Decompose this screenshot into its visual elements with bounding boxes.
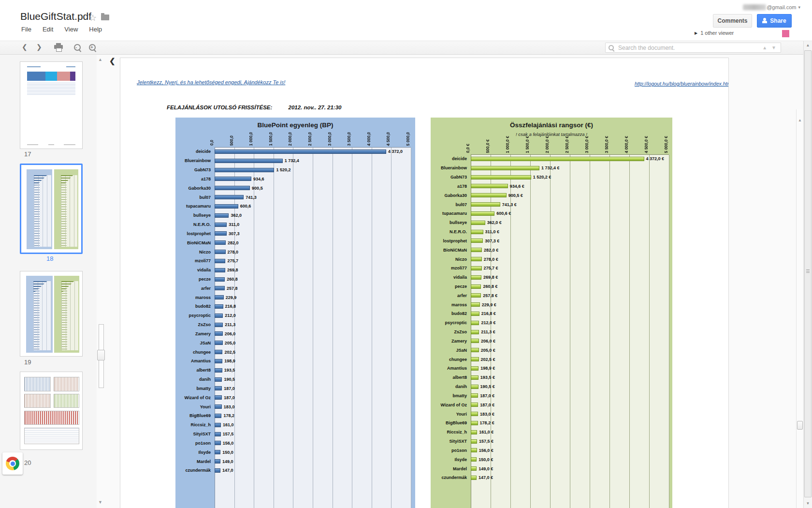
- find-next-icon[interactable]: ▼: [771, 45, 776, 50]
- bar: [471, 385, 478, 389]
- sidebar-scrollbar-handle[interactable]: [97, 350, 105, 360]
- category-label: psycroptic: [175, 313, 211, 318]
- category-label: chungee: [175, 350, 211, 355]
- thumbnail-page-number[interactable]: 20: [24, 459, 31, 466]
- category-label: arfer: [431, 293, 467, 298]
- thumbnail-page-20[interactable]: [20, 372, 83, 450]
- bar: [215, 277, 225, 282]
- value-label: 311,0: [229, 222, 239, 227]
- bar: [215, 359, 222, 363]
- menu-edit[interactable]: Edit: [43, 26, 53, 33]
- comments-button[interactable]: Comments: [713, 14, 752, 28]
- value-label: 1 520,2 €: [533, 175, 551, 179]
- next-page-icon[interactable]: ❯: [36, 43, 42, 51]
- chrome-app-icon[interactable]: [2, 452, 23, 475]
- bar: [215, 268, 225, 272]
- search-input[interactable]: [617, 44, 762, 52]
- bar-row: N.E.R.O.311,0 €: [431, 227, 672, 237]
- browser-scrollbar[interactable]: ▲ ▼: [803, 41, 812, 508]
- zoom-in-icon[interactable]: +: [89, 44, 96, 51]
- browser-scroll-down-icon[interactable]: ▼: [804, 499, 812, 508]
- thumbnail-page-19[interactable]: [20, 271, 83, 357]
- folder-icon[interactable]: [101, 15, 109, 20]
- menu-help[interactable]: Help: [89, 26, 102, 33]
- print-icon[interactable]: [54, 45, 63, 51]
- signup-link[interactable]: Jelentkezz, Nyerj, és ha lehetőséged eng…: [137, 79, 285, 85]
- category-label: N.E.R.O.: [175, 222, 211, 227]
- doc-scroll-up-icon[interactable]: ▲: [798, 118, 802, 122]
- thumbnail-page-number[interactable]: 19: [24, 359, 31, 366]
- category-label: bullseye: [431, 220, 467, 225]
- bar-row: czundermák147,0 €: [431, 473, 672, 482]
- category-label: a178: [431, 184, 467, 189]
- search-icon: [609, 45, 614, 51]
- value-label: 278,0: [228, 250, 239, 254]
- mini-link: [66, 66, 75, 67]
- bar: [215, 213, 229, 218]
- menu-file[interactable]: File: [21, 26, 31, 33]
- category-label: czundermák: [175, 468, 211, 473]
- thumbnail-page-number[interactable]: 17: [24, 150, 31, 158]
- bar: [215, 423, 221, 427]
- find-previous-icon[interactable]: ▲: [762, 45, 767, 50]
- sidebar-scroll-up-icon[interactable]: ▲: [98, 57, 102, 62]
- value-label: 212,0: [225, 313, 236, 318]
- bar-row: Youri183,0 €: [431, 409, 672, 418]
- bar: [215, 186, 250, 190]
- mini-chart-box: [24, 394, 51, 408]
- star-icon[interactable]: ☆: [89, 13, 97, 23]
- bar: [471, 275, 481, 280]
- blog-url-link[interactable]: http://logout.hu/blog/bluerainbow/index.…: [635, 81, 729, 87]
- category-label: lostprophet: [431, 239, 467, 243]
- x-tick-label: 4 000,0: [366, 132, 371, 146]
- document-scrollbar[interactable]: ▲ ▼: [796, 109, 803, 508]
- mini-plot: [61, 281, 78, 350]
- bar: [215, 331, 223, 336]
- bar-rows: deicide4 372,0 €Bluerainbow1 732,4 €GabN…: [431, 154, 672, 482]
- value-label: 156,0 €: [479, 448, 493, 453]
- x-tick-label: 1 500,0 €: [525, 136, 530, 153]
- x-tick-label: 5 000,0: [406, 132, 410, 146]
- bar-row: danih190,5 €: [431, 382, 672, 391]
- x-tick-label: 500,0: [229, 135, 234, 146]
- thumbnail-page-number[interactable]: 18: [46, 255, 53, 262]
- bar-row: pecze260,8 €: [431, 282, 672, 291]
- collapse-sidebar-icon[interactable]: ❮: [109, 57, 116, 65]
- previous-page-icon[interactable]: ❮: [22, 43, 28, 51]
- zoom-out-icon[interactable]: -: [74, 44, 81, 51]
- browser-scrollbar-thumb[interactable]: [804, 50, 812, 497]
- value-label: 282,0 €: [484, 248, 498, 253]
- document-search-box[interactable]: ▲ ▼: [605, 43, 781, 53]
- thumbnail-page-17[interactable]: [20, 61, 83, 149]
- bar: [215, 459, 220, 463]
- account-area[interactable]: @gmail.com ▾: [743, 4, 800, 10]
- sidebar-scroll-down-icon[interactable]: ▼: [98, 500, 102, 505]
- menu-view[interactable]: View: [64, 26, 78, 33]
- other-viewers-toggle[interactable]: ▶ 1 other viewer: [695, 30, 734, 36]
- header: BlueGiftStat.pdf ☆ FileEditViewHelp @gma…: [0, 0, 812, 41]
- share-button[interactable]: Share: [757, 14, 792, 28]
- bar-row: albert8193,5: [175, 366, 415, 375]
- browser-scroll-up-icon[interactable]: ▲: [804, 41, 812, 49]
- chart-title: Összfelajánlási rangsor (€): [431, 121, 672, 129]
- document-scrollbar-thumb[interactable]: [797, 421, 803, 430]
- value-label: 275,7 €: [484, 266, 498, 270]
- value-label: 157,5 €: [479, 439, 493, 444]
- document-title: BlueGiftStat.pdf: [20, 11, 91, 22]
- value-label: 202,5: [224, 350, 235, 355]
- bar-row: tupacamaru600,6 €: [431, 209, 672, 218]
- value-label: 161,0 €: [479, 430, 493, 434]
- value-label: 150,0: [222, 450, 233, 455]
- bar: [215, 259, 225, 263]
- category-label: Youri: [175, 404, 211, 409]
- bar-row: Wizard of Oz187,0: [175, 393, 415, 402]
- bar-row: Bluerainbow1 732,4 €: [431, 164, 672, 173]
- bar-row: po1son156,0: [175, 439, 415, 448]
- account-email-masked: [743, 4, 766, 10]
- category-label: chungee: [431, 357, 467, 362]
- category-label: BigBlue69: [431, 420, 467, 425]
- last-update-label: FELAJÁNLÁSOK UTOLSÓ FRISSÍTÉSE:: [167, 105, 272, 110]
- thumbnail-page-18[interactable]: [20, 164, 83, 254]
- value-label: 198,9: [224, 359, 235, 363]
- bar-row: bmatty187,0: [175, 384, 415, 393]
